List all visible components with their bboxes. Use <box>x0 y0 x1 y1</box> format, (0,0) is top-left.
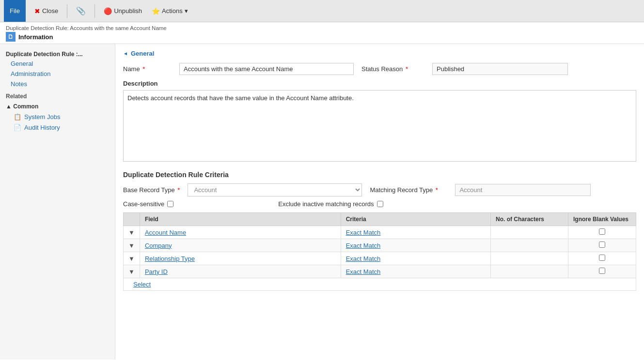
ignore-blank-checkbox-3[interactable] <box>599 268 605 274</box>
criteria-row-1: Base Record Type * Account Matching Reco… <box>123 183 636 196</box>
no-chars-cell-0 <box>491 226 568 239</box>
criteria-link-0[interactable]: Exact Match <box>346 229 381 236</box>
field-link-1[interactable]: Company <box>145 242 172 249</box>
table-row: ▼ Party ID Exact Match <box>124 265 636 278</box>
table-row: ▼ Relationship Type Exact Match <box>124 252 636 265</box>
table-row: ▼ Account Name Exact Match <box>124 226 636 239</box>
toolbar: File ✖ Close 📎 🔴 Unpublish ⭐ Actions ▾ <box>0 0 644 22</box>
sidebar-common-group[interactable]: ▲ Common <box>0 102 115 111</box>
field-cell-3[interactable]: Party ID <box>140 265 341 278</box>
expand-cell-0[interactable]: ▼ <box>124 226 140 239</box>
criteria-table: Field Criteria No. of Characters Ignore … <box>123 212 636 291</box>
close-button[interactable]: ✖ Close <box>31 5 62 17</box>
col-expand <box>124 213 140 226</box>
expand-cell-2[interactable]: ▼ <box>124 252 140 265</box>
base-record-type-label: Base Record Type * <box>123 186 180 194</box>
page-title-icon: 🗋 <box>6 32 16 42</box>
field-link-2[interactable]: Relationship Type <box>145 255 195 262</box>
criteria-section-title: Duplicate Detection Rule Criteria <box>123 171 636 179</box>
system-jobs-icon: 📋 <box>14 113 21 121</box>
field-cell-0[interactable]: Account Name <box>140 226 341 239</box>
no-chars-cell-1 <box>491 239 568 252</box>
name-label: Name * <box>123 65 172 73</box>
ignore-blank-checkbox-0[interactable] <box>599 228 605 235</box>
sidebar-item-audit-history[interactable]: 📄 Audit History <box>0 122 115 133</box>
criteria-cell-2[interactable]: Exact Match <box>341 252 490 265</box>
expand-cell-3[interactable]: ▼ <box>124 265 140 278</box>
close-icon: ✖ <box>34 7 40 15</box>
unpublish-button[interactable]: 🔴 Unpublish <box>100 5 146 17</box>
ignore-blank-cell-1 <box>568 239 636 252</box>
general-section-header[interactable]: ◄ General <box>123 50 636 57</box>
page-title-text: Information <box>18 33 53 41</box>
col-field: Field <box>140 213 341 226</box>
exclude-inactive-label: Exclude inactive matching records <box>278 200 374 208</box>
sidebar-section-title: Duplicate Detection Rule :... <box>0 49 115 59</box>
attach-icon: 📎 <box>76 6 86 15</box>
criteria-cell-0[interactable]: Exact Match <box>341 226 490 239</box>
matching-required-star: * <box>434 186 438 194</box>
criteria-cell-1[interactable]: Exact Match <box>341 239 490 252</box>
separator-2 <box>94 4 95 18</box>
sidebar-audit-history-label: Audit History <box>24 124 60 131</box>
attach-button[interactable]: 📎 <box>72 4 90 17</box>
criteria-cell-3[interactable]: Exact Match <box>341 265 490 278</box>
no-chars-cell-2 <box>491 252 568 265</box>
col-no-of-chars: No. of Characters <box>491 213 568 226</box>
status-reason-input[interactable] <box>432 63 568 75</box>
page-header: Duplicate Detection Rule: Accounts with … <box>0 22 644 44</box>
col-criteria: Criteria <box>341 213 490 226</box>
col-ignore-blank: Ignore Blank Values <box>568 213 636 226</box>
table-row: ▼ Company Exact Match <box>124 239 636 252</box>
audit-history-icon: 📄 <box>14 123 21 131</box>
actions-button[interactable]: ⭐ Actions ▾ <box>148 5 192 17</box>
sidebar-item-notes[interactable]: Notes <box>0 79 115 89</box>
separator-1 <box>67 4 67 18</box>
field-cell-1[interactable]: Company <box>140 239 341 252</box>
section-toggle-icon: ◄ <box>123 51 128 56</box>
ignore-blank-cell-3 <box>568 265 636 278</box>
base-record-type-select[interactable]: Account <box>188 183 362 196</box>
criteria-row-2: Case-sensitive Exclude inactive matching… <box>123 200 636 208</box>
criteria-link-2[interactable]: Exact Match <box>346 255 381 262</box>
ignore-blank-checkbox-2[interactable] <box>599 255 605 261</box>
matching-record-type-input[interactable] <box>455 184 591 196</box>
content-area: ◄ General Name * Status Reason * Descrip… <box>115 44 644 360</box>
unpublish-label: Unpublish <box>114 7 142 15</box>
exclude-inactive-checkbox[interactable] <box>377 201 383 207</box>
field-link-3[interactable]: Party ID <box>145 268 168 275</box>
name-input[interactable] <box>179 63 354 75</box>
sidebar: Duplicate Detection Rule :... General Ad… <box>0 44 115 360</box>
select-link[interactable]: Select <box>128 278 156 290</box>
field-link-0[interactable]: Account Name <box>145 229 186 236</box>
ignore-blank-cell-2 <box>568 252 636 265</box>
no-chars-cell-3 <box>491 265 568 278</box>
matching-record-type-label: Matching Record Type * <box>370 186 447 194</box>
general-section-title: General <box>131 50 154 57</box>
case-sensitive-checkbox[interactable] <box>167 201 173 207</box>
field-cell-2[interactable]: Relationship Type <box>140 252 341 265</box>
ignore-blank-checkbox-1[interactable] <box>599 241 605 248</box>
page-title: 🗋 Information <box>6 32 638 42</box>
description-textarea[interactable]: Detects account records that have the sa… <box>123 90 636 162</box>
exclude-inactive-row: Exclude inactive matching records <box>278 200 383 208</box>
sidebar-item-system-jobs[interactable]: 📋 System Jobs <box>0 111 115 122</box>
description-label: Description <box>123 80 636 87</box>
actions-label: Actions <box>162 7 183 15</box>
status-reason-label: Status Reason * <box>361 65 424 73</box>
case-sensitive-label: Case-sensitive <box>123 200 164 208</box>
criteria-link-1[interactable]: Exact Match <box>346 242 381 249</box>
close-label: Close <box>42 7 58 15</box>
file-button[interactable]: File <box>4 0 26 22</box>
unpublish-icon: 🔴 <box>104 7 112 15</box>
name-status-row: Name * Status Reason * <box>123 63 636 75</box>
sidebar-system-jobs-label: System Jobs <box>24 113 60 121</box>
expand-cell-1[interactable]: ▼ <box>124 239 140 252</box>
criteria-link-3[interactable]: Exact Match <box>346 268 381 275</box>
sidebar-item-administration[interactable]: Administration <box>0 69 115 79</box>
ignore-blank-cell-0 <box>568 226 636 239</box>
criteria-section: Duplicate Detection Rule Criteria Base R… <box>123 171 636 291</box>
sidebar-related-label: Related <box>0 89 115 102</box>
sidebar-item-general[interactable]: General <box>0 59 115 69</box>
base-required-star: * <box>176 186 180 194</box>
